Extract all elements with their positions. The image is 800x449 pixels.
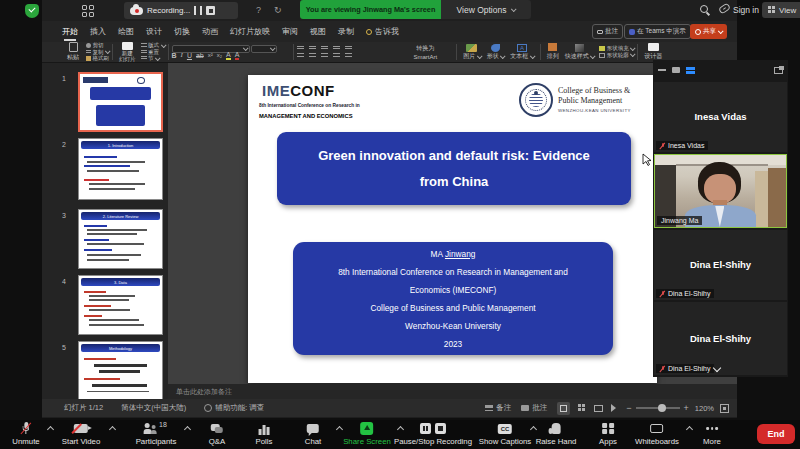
stop-recording-button[interactable]: [206, 6, 215, 15]
accessibility-indicator[interactable]: 辅助功能: 调查: [215, 403, 264, 413]
present-in-teams-button[interactable]: 在 Teams 中演示: [624, 24, 691, 39]
picture-button[interactable]: 图片: [460, 44, 484, 60]
tab-design[interactable]: 设计: [140, 21, 168, 42]
language-indicator[interactable]: 简体中文(中国大陆): [121, 403, 186, 413]
slideshow-view-button[interactable]: [611, 404, 616, 412]
comments-button[interactable]: 批注: [592, 24, 623, 39]
line-spacing-button[interactable]: [345, 46, 352, 51]
tab-animations[interactable]: 动画: [196, 21, 224, 42]
tab-transitions[interactable]: 切换: [168, 21, 196, 42]
search-icon[interactable]: [700, 5, 710, 15]
tab-record[interactable]: 录制: [332, 21, 360, 42]
imeconf-logo: IMECONF: [262, 82, 335, 99]
help-icon[interactable]: ?: [256, 5, 261, 15]
raise-hand-button[interactable]: Raise Hand: [536, 422, 577, 446]
share-screen-button[interactable]: Share Screen: [343, 422, 391, 446]
highlight-button[interactable]: A: [226, 51, 231, 60]
normal-view-button[interactable]: [557, 402, 570, 415]
font-color-button[interactable]: A: [235, 51, 240, 60]
start-video-button[interactable]: Start Video: [62, 422, 100, 446]
new-slide-button[interactable]: 新建幻灯片: [116, 42, 139, 62]
participant-name-label: Inesa Vidas: [656, 141, 708, 150]
slide-thumbnail-1[interactable]: [78, 72, 163, 132]
tab-insert[interactable]: 插入: [84, 21, 112, 42]
bullets-button[interactable]: [297, 46, 304, 51]
layout-grid-icon[interactable]: [82, 5, 94, 17]
align-center-button[interactable]: [309, 53, 316, 58]
justify-button[interactable]: [333, 53, 340, 58]
minimize-panel-icon[interactable]: [658, 69, 666, 71]
tab-slideshow[interactable]: 幻灯片放映: [224, 21, 276, 42]
participant-tile[interactable]: Inesa Vidas Inesa Vidas: [654, 82, 787, 152]
participant-tile-video[interactable]: Jinwang Ma: [654, 154, 787, 228]
arrange-button[interactable]: 排列: [544, 43, 562, 61]
indent-decrease-button[interactable]: [321, 46, 328, 51]
tab-home[interactable]: 开始: [56, 21, 84, 42]
slide-sorter-view-button[interactable]: [578, 404, 586, 412]
share-button[interactable]: 共享: [690, 24, 727, 39]
numbering-button[interactable]: [309, 46, 316, 51]
tab-view[interactable]: 视图: [304, 21, 332, 42]
align-right-button[interactable]: [321, 53, 328, 58]
unmute-button[interactable]: Unmute: [12, 422, 39, 446]
strip-view-icon[interactable]: [686, 67, 695, 74]
slide-thumbnail-5[interactable]: Methodology: [78, 341, 163, 399]
slide-thumbnail-2[interactable]: 1. Introduction: [78, 138, 163, 200]
shape-outline-button[interactable]: 形状轮廓: [599, 52, 634, 59]
view-button[interactable]: View: [762, 2, 800, 18]
bold-button[interactable]: B: [172, 52, 177, 59]
sign-in-button[interactable]: Sign in: [733, 5, 759, 15]
notes-toggle[interactable]: 备注: [496, 403, 511, 413]
tab-draw[interactable]: 绘图: [112, 21, 140, 42]
more-button[interactable]: More: [703, 422, 721, 446]
convert-smartart-button[interactable]: 转换为 SmartArt: [411, 44, 441, 60]
security-shield-icon[interactable]: [25, 4, 39, 18]
indent-increase-button[interactable]: [333, 46, 340, 51]
strikethrough-button[interactable]: ab: [196, 52, 204, 59]
comments-icon: [521, 405, 529, 411]
shapes-button[interactable]: 形状: [484, 44, 508, 60]
section-button[interactable]: 节: [141, 55, 165, 62]
slide-thumbnail-4[interactable]: 3. Data: [78, 275, 163, 335]
paste-button[interactable]: 粘贴: [64, 42, 82, 62]
fit-to-window-button[interactable]: [720, 404, 729, 413]
zoom-slider[interactable]: [636, 407, 680, 409]
show-captions-button[interactable]: CC Show Captions: [479, 422, 531, 446]
subscript-button[interactable]: x₂: [217, 52, 222, 58]
tab-review[interactable]: 审阅: [276, 21, 304, 42]
apps-button[interactable]: Apps: [599, 422, 617, 446]
zoom-in-button[interactable]: +: [684, 403, 689, 413]
notes-pane[interactable]: 单击此处添加备注: [168, 384, 737, 399]
reading-view-button[interactable]: [594, 405, 603, 412]
chat-button[interactable]: Chat: [305, 422, 321, 446]
textbox-button[interactable]: A 文本框: [507, 44, 537, 60]
main-slide[interactable]: IMECONF 8th International Conference on …: [248, 75, 657, 383]
popout-panel-icon[interactable]: [774, 67, 783, 74]
participant-tile[interactable]: Dina El-Shihy Dina El-Shihy: [654, 302, 787, 375]
format-painter-button[interactable]: 格式刷: [86, 55, 109, 62]
quick-styles-button[interactable]: 快速样式: [562, 44, 598, 60]
pause-stop-recording-button[interactable]: Pause/Stop Recording: [394, 422, 472, 446]
italic-button[interactable]: I: [181, 51, 183, 59]
slide-thumbnail-3[interactable]: 2. Literature Review: [78, 209, 163, 269]
speaker-view-icon[interactable]: [672, 67, 680, 73]
participants-button[interactable]: 18 Participants: [136, 422, 177, 446]
polls-button[interactable]: Polls: [256, 422, 273, 446]
participant-tile[interactable]: Dina El-Shihy Dina El-Shihy: [654, 230, 787, 300]
pause-recording-button[interactable]: [194, 6, 202, 15]
qa-button[interactable]: Q&A: [209, 422, 225, 446]
zoom-out-button[interactable]: −: [626, 403, 631, 413]
columns-button[interactable]: [345, 53, 352, 58]
align-left-button[interactable]: [297, 53, 304, 58]
tab-tellme[interactable]: 告诉我: [360, 21, 405, 42]
view-options-button[interactable]: View Options: [441, 0, 531, 19]
zoom-level[interactable]: 120%: [695, 404, 714, 413]
whiteboards-button[interactable]: Whiteboards: [635, 422, 679, 446]
refresh-icon[interactable]: ↻: [274, 5, 282, 15]
comments-toggle[interactable]: 批注: [532, 403, 547, 413]
underline-button[interactable]: U: [187, 52, 192, 59]
end-meeting-button[interactable]: End: [757, 424, 795, 444]
thumbnail-number: 1: [52, 75, 66, 82]
designer-button[interactable]: 设计器: [641, 43, 665, 61]
superscript-button[interactable]: x²: [208, 52, 213, 58]
